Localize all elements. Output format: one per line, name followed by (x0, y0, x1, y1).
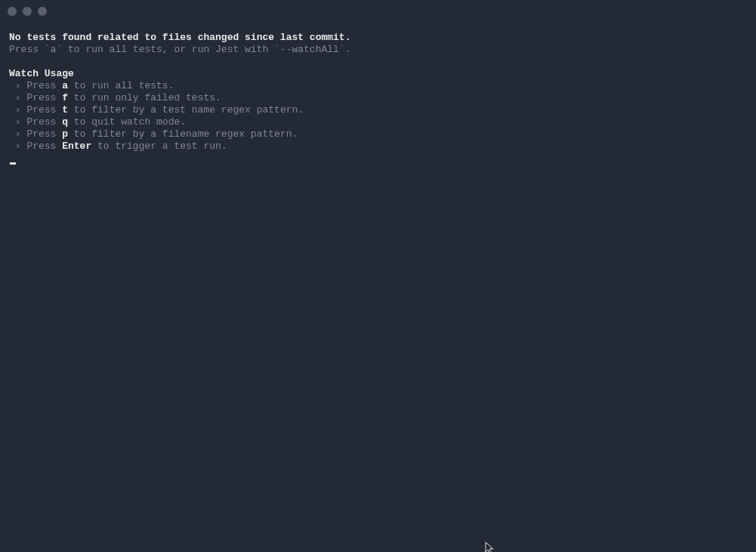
watch-key: a (62, 80, 68, 91)
watch-desc: to trigger a test run. (91, 140, 227, 152)
caret-icon: › (9, 92, 26, 103)
watch-desc: to filter by a test name regex pattern. (68, 104, 304, 116)
watch-key: q (62, 116, 68, 128)
watch-key: t (62, 104, 68, 116)
watch-desc: to run only failed tests. (68, 92, 221, 103)
watch-key: f (62, 92, 68, 103)
press-label: Press (26, 80, 62, 91)
press-label: Press (26, 116, 62, 128)
blank-line (9, 56, 747, 68)
press-label: Press (26, 92, 62, 103)
terminal-output[interactable]: No tests found related to files changed … (0, 23, 756, 165)
caret-icon: › (9, 116, 26, 128)
watch-desc: to filter by a filename regex pattern. (68, 128, 298, 140)
mouse-cursor-icon (485, 541, 495, 552)
watch-item: › Press a to run all tests. (9, 80, 747, 92)
watch-item: › Press t to filter by a test name regex… (9, 104, 747, 116)
watch-item: › Press q to quit watch mode. (9, 116, 747, 128)
close-window-button[interactable] (8, 7, 17, 16)
no-tests-message: No tests found related to files changed … (9, 32, 747, 44)
caret-icon: › (9, 128, 26, 140)
press-label: Press (26, 128, 62, 140)
watch-desc: to quit watch mode. (68, 116, 186, 128)
terminal-cursor (9, 153, 747, 165)
maximize-window-button[interactable] (38, 7, 47, 16)
watch-item: › Press p to filter by a filename regex … (9, 128, 747, 140)
caret-icon: › (9, 104, 26, 116)
watch-key: p (62, 128, 68, 140)
minimize-window-button[interactable] (23, 7, 32, 16)
window-titlebar (0, 0, 756, 23)
caret-icon: › (9, 80, 26, 91)
press-label: Press (26, 104, 62, 116)
press-label: Press (26, 140, 62, 152)
watch-desc: to run all tests. (68, 80, 174, 91)
watch-item: › Press f to run only failed tests. (9, 92, 747, 104)
watch-usage-title: Watch Usage (9, 68, 747, 80)
caret-icon: › (9, 140, 26, 152)
watch-item: › Press Enter to trigger a test run. (9, 140, 747, 153)
watch-key: Enter (62, 140, 91, 152)
hint-message: Press `a` to run all tests, or run Jest … (9, 44, 747, 56)
